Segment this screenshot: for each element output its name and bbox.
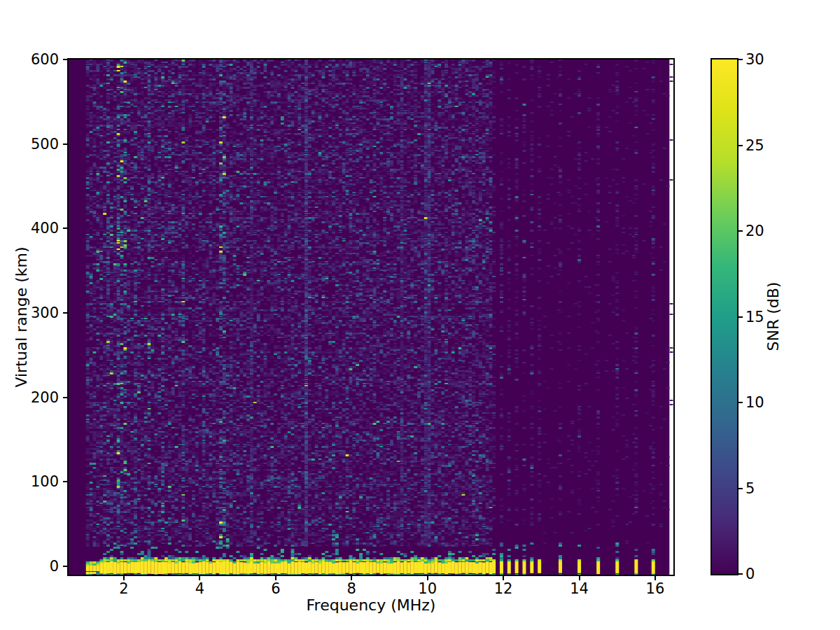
y-tick-label: 500 <box>18 135 59 153</box>
colorbar-tick-mark <box>738 145 743 146</box>
y-tick-mark <box>63 227 67 229</box>
y-tick-label: 400 <box>18 219 59 237</box>
x-tick-label: 14 <box>559 580 601 597</box>
y-tick-mark <box>63 59 67 60</box>
colorbar-tick-label: 30 <box>746 50 788 69</box>
y-tick-mark <box>63 144 67 145</box>
y-tick-mark <box>63 481 67 482</box>
y-tick-label: 600 <box>18 50 59 69</box>
plot-axes-box <box>67 58 675 576</box>
colorbar-tick-mark <box>738 59 743 60</box>
y-tick-label: 0 <box>18 557 59 575</box>
colorbar-tick-mark <box>738 488 743 489</box>
x-tick-label: 16 <box>634 580 676 597</box>
y-tick-label: 200 <box>18 388 59 407</box>
y-tick-label: 100 <box>18 472 59 491</box>
x-tick-label: 10 <box>407 580 449 597</box>
x-axis-label: Frequency (MHz) <box>69 596 673 614</box>
colorbar-tick-mark <box>738 573 743 575</box>
colorbar-tick-mark <box>738 230 743 232</box>
colorbar-label: SNR (dB) <box>764 282 782 351</box>
colorbar-tick-label: 20 <box>746 222 788 240</box>
colorbar <box>710 58 738 575</box>
colorbar-tick-mark <box>738 316 743 318</box>
colorbar-tick-mark <box>738 402 743 403</box>
x-tick-label: 8 <box>330 580 372 597</box>
y-tick-mark <box>63 566 67 567</box>
ionogram-heatmap-canvas <box>69 59 673 575</box>
y-tick-mark <box>63 397 67 398</box>
colorbar-tick-label: 5 <box>746 479 788 498</box>
x-tick-label: 12 <box>482 580 524 597</box>
colorbar-tick-label: 25 <box>746 136 788 155</box>
ionogram-figure: IRF Uppsala SDR Ionosonde UP158 2026-02-… <box>0 0 840 630</box>
x-tick-label: 6 <box>255 580 297 597</box>
colorbar-tick-label: 10 <box>746 393 788 412</box>
x-tick-label: 4 <box>178 580 220 597</box>
y-tick-mark <box>63 312 67 314</box>
colorbar-tick-label: 0 <box>746 565 788 583</box>
x-tick-label: 2 <box>103 580 145 597</box>
colorbar-gradient <box>712 59 737 574</box>
y-axis-label: Virtual range (km) <box>13 246 30 387</box>
